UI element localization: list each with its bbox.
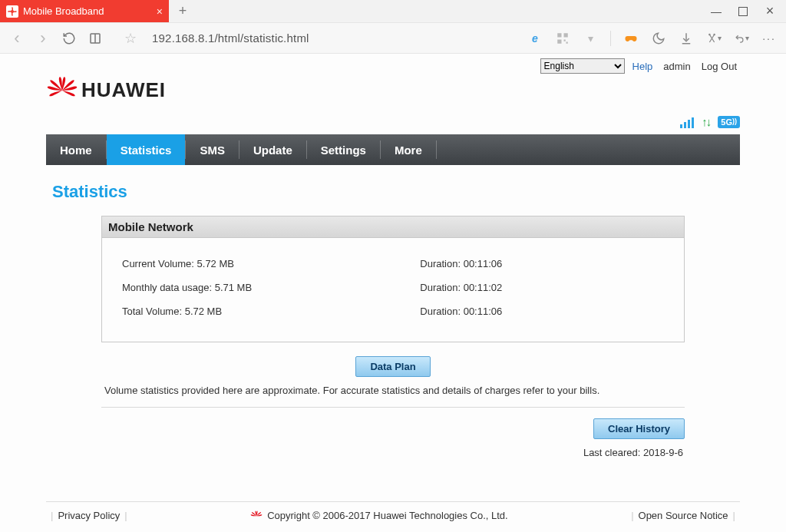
total-duration: Duration: 00:11:06 — [420, 306, 664, 317]
panel-header: Mobile Network — [102, 216, 684, 238]
screenshot-icon[interactable]: ▾ — [706, 31, 722, 46]
nav-settings[interactable]: Settings — [307, 134, 380, 165]
help-link[interactable]: Help — [632, 61, 653, 72]
data-plan-button[interactable]: Data Plan — [355, 356, 430, 377]
address-url[interactable]: 192.168.8.1/html/statistic.html — [152, 31, 309, 45]
signal-icon — [680, 116, 694, 128]
current-duration: Duration: 00:11:06 — [420, 258, 664, 269]
network-5g-badge: 5G)) — [718, 116, 740, 128]
tab-title: Mobile Broadband — [23, 5, 104, 17]
huawei-logo-icon — [46, 75, 78, 104]
stat-row-total: Total Volume: 5.72 MB Duration: 00:11:06 — [122, 299, 664, 323]
nav-back-icon[interactable]: ‹ — [9, 31, 25, 46]
svg-point-9 — [714, 34, 715, 35]
monthly-volume: Monthly data usage: 5.71 MB — [122, 282, 420, 293]
page-title: Statistics — [46, 165, 740, 216]
current-volume: Current Volume: 5.72 MB — [122, 258, 420, 269]
new-tab-button[interactable]: + — [169, 0, 196, 22]
night-mode-icon[interactable] — [651, 31, 666, 46]
nav-statistics[interactable]: Statistics — [107, 134, 186, 165]
copyright: Copyright © 2006-2017 Huawei Technologie… — [267, 510, 508, 521]
bookmark-star-icon[interactable]: ☆ — [124, 30, 137, 47]
logout-link[interactable]: Log Out — [702, 61, 737, 72]
reload-icon[interactable] — [61, 31, 77, 46]
window-minimize-icon[interactable]: ― — [709, 5, 723, 18]
main-nav: Home Statistics SMS Update Settings More — [46, 134, 740, 165]
window-close-icon[interactable]: × — [763, 5, 777, 18]
total-volume: Total Volume: 5.72 MB — [122, 306, 420, 317]
window-maximize-icon[interactable] — [738, 7, 748, 16]
download-icon[interactable] — [679, 31, 694, 46]
chevron-down-icon[interactable]: ▾ — [583, 31, 598, 46]
ie-mode-icon[interactable]: e — [527, 31, 543, 46]
nav-update[interactable]: Update — [239, 134, 306, 165]
divider — [101, 407, 685, 408]
tab-favicon — [6, 5, 18, 18]
last-cleared: Last cleared: 2018-9-6 — [101, 447, 685, 458]
nav-forward-icon[interactable]: › — [35, 31, 51, 46]
svg-rect-3 — [557, 33, 561, 37]
more-menu-icon[interactable]: ··· — [761, 31, 777, 46]
open-source-link[interactable]: Open Source Notice — [639, 510, 728, 521]
svg-rect-4 — [564, 33, 568, 37]
gamepad-icon[interactable] — [623, 31, 639, 46]
undo-icon[interactable]: ▾ — [734, 31, 749, 46]
privacy-link[interactable]: Privacy Policy — [58, 510, 120, 521]
stat-row-monthly: Monthly data usage: 5.71 MB Duration: 00… — [122, 276, 664, 299]
svg-rect-7 — [566, 41, 568, 43]
toolbar-separator — [610, 31, 611, 46]
tab-close-icon[interactable]: × — [157, 5, 163, 18]
clear-history-button[interactable]: Clear History — [593, 418, 685, 439]
svg-rect-5 — [557, 39, 561, 43]
browser-tab[interactable]: Mobile Broadband × — [0, 0, 169, 22]
reader-mode-icon[interactable] — [88, 31, 103, 46]
qr-icon[interactable] — [555, 31, 570, 46]
mobile-network-panel: Mobile Network Current Volume: 5.72 MB D… — [101, 216, 685, 342]
nav-home[interactable]: Home — [46, 134, 106, 165]
brand-name: HUAWEI — [81, 78, 166, 102]
footer-logo-icon — [250, 511, 263, 521]
traffic-arrows-icon: ↑↓ — [702, 115, 710, 128]
nav-more[interactable]: More — [381, 134, 436, 165]
monthly-duration: Duration: 00:11:02 — [420, 282, 664, 293]
svg-point-8 — [709, 34, 710, 35]
nav-sms[interactable]: SMS — [186, 134, 239, 165]
svg-rect-6 — [564, 39, 566, 41]
user-link[interactable]: admin — [663, 61, 690, 72]
language-select[interactable]: English — [540, 58, 625, 74]
statistics-note: Volume statistics provided here are appr… — [101, 385, 685, 396]
stat-row-current: Current Volume: 5.72 MB Duration: 00:11:… — [122, 252, 664, 276]
